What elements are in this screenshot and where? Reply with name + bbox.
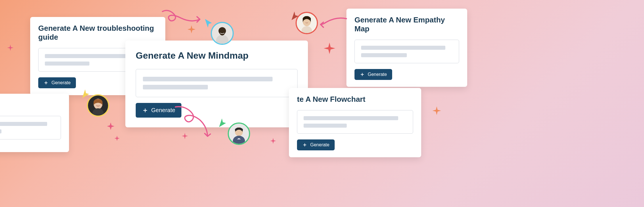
avatar-user-1 (211, 22, 234, 45)
placeholder-line (0, 122, 47, 126)
placeholder-line (304, 116, 398, 120)
card-title: Generate A New Empathy Map (354, 16, 459, 33)
generate-button[interactable]: Generate (354, 69, 392, 80)
button-label: Generate (51, 80, 71, 85)
cursor-icon (290, 10, 301, 22)
plus-icon (360, 72, 365, 77)
input-area[interactable] (136, 69, 298, 97)
card-empathy-map: Generate A New Empathy Map Generate (346, 9, 467, 87)
sparkle-icon (7, 45, 14, 51)
sparkle-icon (107, 122, 114, 130)
card-title: te A New Flowchart (297, 95, 413, 104)
placeholder-line (361, 53, 407, 57)
sparkle-icon (270, 138, 276, 144)
plus-icon (302, 142, 307, 147)
plus-icon (142, 107, 148, 114)
card-title: Generate A New Mindmap (136, 50, 298, 61)
input-area[interactable] (354, 40, 459, 63)
placeholder-line (361, 46, 445, 50)
generate-button[interactable]: Generate (297, 139, 335, 150)
swirl-arrow-icon (318, 16, 349, 30)
avatar-user-3 (228, 122, 250, 145)
button-label: Generate (368, 72, 387, 77)
placeholder-line (0, 129, 1, 133)
svg-point-11 (219, 29, 225, 35)
placeholder-line (45, 62, 89, 66)
card-title: ap (0, 101, 61, 110)
swirl-arrow-icon (160, 7, 206, 29)
placeholder-line (304, 124, 347, 128)
cursor-icon (81, 88, 91, 100)
sparkle-icon (432, 106, 441, 115)
button-label: Generate (310, 142, 329, 147)
plus-icon (43, 80, 49, 85)
button-label: Generate (151, 107, 175, 114)
card-partial-left: ap (0, 94, 69, 152)
card-mindmap: Generate A New Mindmap Generate (125, 41, 308, 127)
card-flowchart: te A New Flowchart Generate (289, 88, 421, 157)
placeholder-line (143, 77, 273, 81)
generate-button[interactable]: Generate (38, 77, 76, 88)
sparkle-icon (324, 43, 335, 54)
card-title: Generate A New troubleshooting guide (38, 24, 157, 42)
cursor-icon (218, 117, 228, 129)
placeholder-line (143, 85, 208, 89)
input-area[interactable] (297, 110, 413, 134)
input-area[interactable] (0, 116, 61, 139)
sparkle-icon (114, 136, 120, 141)
swirl-arrow-icon (172, 104, 216, 141)
